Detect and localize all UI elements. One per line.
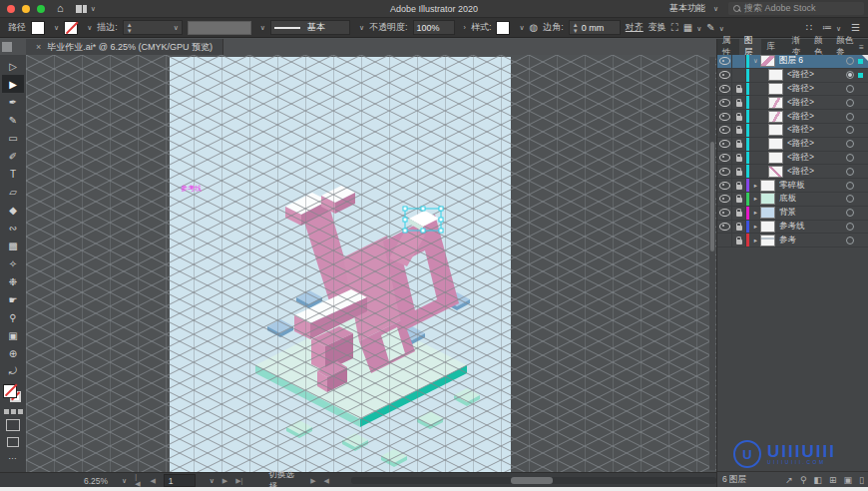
layer-name[interactable]: <路径> — [787, 124, 814, 136]
document-tab[interactable]: × 毕业作业.ai* @ 6.25% (CMYK/GPU 预览) — [26, 39, 223, 55]
layer-row[interactable]: <路径> — [717, 96, 868, 110]
panel-tab-颜色[interactable]: 颜色 — [809, 39, 831, 55]
next-page-icon[interactable]: ▶ — [222, 477, 227, 485]
layer-row[interactable]: <路径> — [717, 124, 868, 138]
chevron-down-icon[interactable]: ∨ — [359, 24, 364, 32]
chevron-down-icon[interactable]: ∨ — [519, 24, 524, 32]
collect-export-icon[interactable]: ↗ — [785, 475, 793, 485]
lock-toggle[interactable] — [732, 96, 746, 109]
layer-thumbnail[interactable] — [768, 69, 783, 81]
collapse-icon[interactable]: ∨ — [751, 57, 760, 65]
target-circle-icon[interactable] — [846, 85, 854, 93]
close-tab-icon[interactable]: × — [36, 42, 41, 52]
lock-toggle[interactable] — [732, 152, 746, 165]
visibility-toggle[interactable] — [717, 221, 732, 234]
layer-name[interactable]: 背景 — [779, 207, 796, 219]
layer-thumbnail[interactable] — [768, 111, 783, 123]
horizontal-scroll-thumb[interactable] — [511, 477, 553, 484]
chevron-right-icon[interactable]: › — [464, 24, 466, 31]
lock-toggle[interactable] — [732, 165, 746, 178]
stepper-icon[interactable]: ▲▼ — [573, 22, 579, 34]
visibility-toggle[interactable] — [717, 179, 732, 192]
vertical-scroll-thumb[interactable] — [710, 142, 714, 251]
width-profile-dropdown[interactable] — [188, 21, 251, 35]
scroll-right-icon[interactable]: ◀ — [324, 477, 329, 485]
stepper-icon[interactable]: ▲▼ — [127, 22, 133, 34]
expand-icon[interactable]: ▸ — [751, 182, 760, 190]
expand-icon[interactable]: ▸ — [751, 209, 760, 217]
target-circle-icon[interactable] — [846, 126, 854, 134]
zoom-tool[interactable]: ⚲ — [2, 308, 24, 326]
direct-selection-tool[interactable]: ▷ — [2, 57, 24, 75]
visibility-toggle[interactable] — [717, 96, 732, 109]
layer-thumbnail[interactable] — [760, 193, 775, 205]
lock-toggle[interactable] — [732, 83, 746, 96]
layer-row[interactable]: <路径> — [717, 165, 868, 179]
target-circle-icon[interactable] — [846, 140, 854, 148]
layer-name[interactable]: 参考线 — [779, 221, 805, 233]
transform-button[interactable]: 变换 — [649, 21, 666, 34]
rotate-view-tool[interactable]: ⤾ — [2, 362, 24, 380]
shape-mode-icon[interactable]: ▦∨ — [683, 22, 702, 33]
pen-tool[interactable]: ✒ — [2, 93, 24, 111]
panel-tab-库[interactable]: 库 — [761, 39, 780, 55]
hand-tool[interactable]: ☛ — [2, 290, 24, 308]
last-page-icon[interactable]: ▶| — [235, 477, 242, 485]
layer-row[interactable]: <路径> — [717, 138, 868, 152]
target-circle-icon[interactable] — [846, 182, 854, 190]
fill-color-swatch[interactable] — [3, 384, 17, 398]
screen-mode-button[interactable] — [7, 437, 19, 447]
layer-row[interactable]: <路径> — [717, 110, 868, 124]
arrange-grid-icon[interactable]: ∷ — [806, 22, 812, 33]
layer-name[interactable]: <路径> — [787, 152, 814, 164]
chevron-down-icon[interactable]: ∨ — [174, 24, 179, 32]
brush-definition-dropdown[interactable]: 基本 — [270, 20, 350, 35]
layer-row[interactable]: ∨图层 6 — [717, 55, 868, 69]
first-page-icon[interactable]: |◀ — [135, 473, 142, 488]
panel-menu-icon[interactable]: ☰ — [851, 22, 860, 33]
layer-thumbnail[interactable] — [760, 235, 775, 246]
target-circle-icon[interactable] — [846, 154, 854, 162]
chevron-down-icon[interactable]: ∨ — [260, 24, 265, 32]
visibility-toggle[interactable] — [717, 234, 732, 246]
page-number-field[interactable]: 1 — [164, 474, 196, 487]
panel-tab-图层[interactable]: 图层 — [739, 39, 761, 55]
visibility-toggle[interactable] — [717, 83, 732, 96]
target-circle-icon[interactable] — [846, 223, 854, 231]
visibility-toggle[interactable] — [717, 138, 732, 151]
expand-icon[interactable]: ▸ — [751, 237, 760, 245]
curvature-tool[interactable]: ✎ — [2, 111, 24, 129]
visibility-toggle[interactable] — [717, 152, 732, 165]
target-circle-icon[interactable] — [846, 113, 854, 121]
zoom-level[interactable]: 6.25% — [84, 476, 108, 486]
gradient-tool[interactable]: ▩ — [2, 237, 24, 254]
delete-icon[interactable]: ▯ — [859, 475, 864, 485]
type-tool[interactable]: T — [2, 165, 24, 183]
visibility-toggle[interactable] — [717, 124, 732, 137]
layer-row[interactable]: <路径> — [717, 152, 868, 166]
chevron-down-icon[interactable]: ∨ — [54, 24, 59, 32]
new-sublayer-icon[interactable]: ⊞ — [829, 475, 837, 485]
visibility-toggle[interactable] — [717, 165, 732, 178]
eyedropper-tool[interactable]: ✧ — [2, 254, 24, 272]
layer-thumbnail[interactable] — [768, 83, 783, 95]
fill-swatch[interactable] — [31, 21, 45, 35]
shaper-tool[interactable]: ∾ — [2, 219, 24, 237]
visibility-toggle[interactable] — [717, 110, 732, 123]
scroll-left-icon[interactable]: ▶ — [310, 477, 315, 485]
expand-icon[interactable]: ▸ — [751, 195, 760, 203]
horizontal-scrollbar[interactable] — [351, 477, 716, 484]
layer-row[interactable]: ▸零碎板 — [717, 179, 868, 193]
isolate-icon[interactable]: ✎∨ — [706, 22, 724, 33]
layer-name[interactable]: <路径> — [787, 111, 814, 123]
layer-thumbnail[interactable] — [760, 221, 775, 233]
chevron-down-icon[interactable]: ∨ — [210, 477, 215, 485]
layer-row[interactable]: ▸参考 — [717, 234, 868, 247]
lock-toggle[interactable] — [732, 207, 746, 220]
panel-menu-icon[interactable]: ≡ — [859, 42, 864, 52]
visibility-toggle[interactable] — [717, 69, 732, 82]
align-button[interactable]: 对齐 — [626, 21, 644, 34]
layer-thumbnail[interactable] — [768, 124, 783, 136]
workspace-switcher[interactable]: 基本功能 ∨ — [669, 2, 718, 15]
lock-toggle[interactable] — [732, 55, 746, 68]
